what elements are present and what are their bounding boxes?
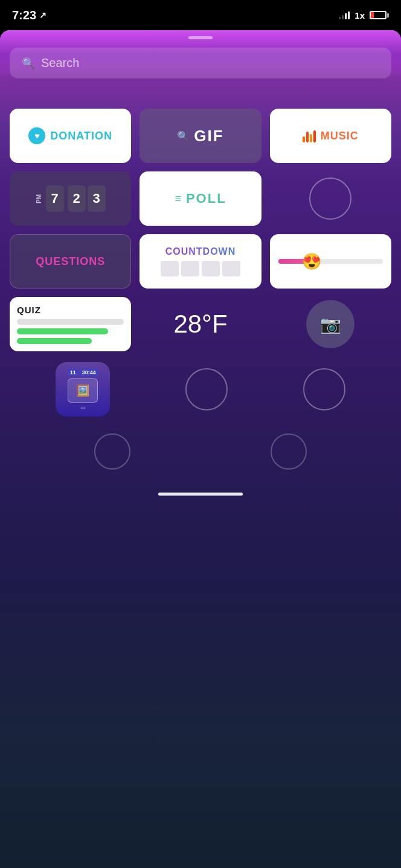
questions-label: QUESTIONS [36,255,105,268]
countdown-label: COUNTDOWN [165,246,236,257]
bottom-row: 11 30:44 🖼️ ••• [0,357,401,421]
temperature-value: 28°F [173,310,227,339]
quiz-bar-empty [17,319,124,325]
camera-circle: 📷 [306,300,354,348]
tab-circle-2[interactable] [271,433,307,470]
quiz-label: QUIZ [17,305,41,315]
donation-sticker[interactable]: ♥ DONATION [10,109,131,163]
heart-icon: ♥ [28,127,45,144]
poll-sticker[interactable]: ≡ POLL [140,171,261,226]
camera-icon: 📷 [320,314,341,334]
gif-search-icon: 🔍 [177,130,189,142]
search-icon: 🔍 [22,57,35,70]
search-bar[interactable]: 🔍 Search [10,48,391,78]
time-digits: 7 2 3 [46,185,106,212]
app-icon-caption: ••• [80,405,85,410]
music-bars-icon [303,129,316,142]
slider-emoji: 😍 [302,252,321,271]
location-arrow-icon: ↗ [39,10,47,20]
hour-digit: 7 [46,185,64,212]
time-sticker[interactable]: PM 7 2 3 [10,171,131,226]
poll-icon: ≡ [175,193,181,205]
music-sticker[interactable]: MUSIC [270,109,391,163]
min2-digit: 3 [88,185,106,212]
drag-handle[interactable] [188,36,213,39]
stickers-grid: ♥ DONATION 🔍 GIF [0,103,401,357]
bottom-sheet: 🔍 Search ♥ DONATION 🔍 GIF [0,30,401,868]
countdown-app-icon[interactable]: 11 30:44 🖼️ ••• [56,362,110,416]
quiz-bar-green-2 [17,338,92,344]
signal-icon [339,11,350,19]
slider-track: 😍 [278,259,383,264]
questions-sticker[interactable]: QUESTIONS [10,234,131,289]
emoji-slider-sticker[interactable]: 😍 [270,234,391,289]
network-type: 1x [354,10,365,21]
quiz-sticker[interactable]: QUIZ [10,297,131,351]
gif-sticker[interactable]: 🔍 GIF [140,109,261,163]
status-bar: 7:23 ↗ 1x [0,0,401,30]
tab-circle-1[interactable] [94,433,130,470]
music-label: MUSIC [321,130,359,142]
gif-label: GIF [194,127,223,145]
time-display: 7:23 [12,8,36,22]
temperature-sticker[interactable]: 28°F [140,297,261,351]
search-placeholder: Search [41,56,79,70]
circle-sticker-2[interactable] [185,368,228,410]
circle-sticker-3[interactable] [303,368,345,410]
countdown-sticker[interactable]: COUNTDOWN [140,234,261,289]
circle-sticker-1[interactable] [270,171,391,226]
app-icon-image: 🖼️ [68,378,98,403]
quiz-bar-green-1 [17,328,108,334]
status-right: 1x [339,10,389,21]
donation-label: DONATION [50,130,112,142]
min1-digit: 2 [68,185,86,212]
empty-circle-1 [309,177,351,220]
poll-label: POLL [186,191,226,206]
status-time: 7:23 ↗ [12,8,47,22]
camera-sticker[interactable]: 📷 [270,297,391,351]
countdown-blocks [161,261,240,276]
home-indicator [158,493,243,496]
battery-icon [370,11,389,19]
time-period-label: PM [36,194,42,203]
